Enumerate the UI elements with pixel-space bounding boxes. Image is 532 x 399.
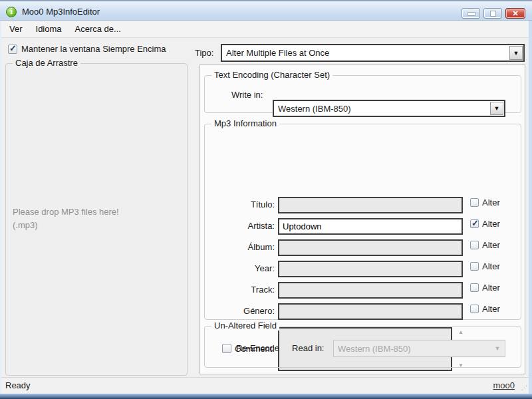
album-field xyxy=(278,239,463,256)
titulo-alter-checkbox[interactable]: Alter xyxy=(470,198,500,207)
settings-panel: Text Encoding (Character Set) Write in: … xyxy=(200,65,525,374)
menu-idioma[interactable]: Idioma xyxy=(29,22,68,36)
album-alter-checkbox[interactable]: Alter xyxy=(470,240,500,250)
status-text: Ready xyxy=(5,380,31,390)
track-label: Track: xyxy=(205,285,275,295)
genero-label: Género: xyxy=(205,306,275,316)
moo0-link[interactable]: moo0 xyxy=(493,380,515,390)
write-in-combobox-value: Western (IBM-850) xyxy=(278,104,351,114)
chevron-down-icon[interactable]: ▼ xyxy=(509,46,523,60)
read-in-combobox: Western (IBM-850) ▼ xyxy=(333,340,505,357)
always-on-top-label: Mantener la ventana Siempre Encima xyxy=(21,44,166,54)
write-in-label: Write in: xyxy=(231,90,263,100)
window-border-left xyxy=(0,21,1,394)
drop-zone-title: Caja de Arrastre xyxy=(13,58,80,68)
unaltered-field-group: Un-Altered Field Re-Encode Read in: West… xyxy=(204,326,521,368)
checkbox-icon[interactable] xyxy=(8,45,17,54)
year-label: Year: xyxy=(205,263,275,273)
menu-ver[interactable]: Ver xyxy=(3,22,29,36)
album-label: Álbum: xyxy=(205,242,275,252)
artista-field[interactable] xyxy=(278,218,463,235)
chevron-down-icon[interactable]: ▼ xyxy=(490,102,503,115)
drop-zone[interactable]: Caja de Arrastre Please drop MP3 files h… xyxy=(5,63,188,376)
tipo-combobox[interactable]: Alter Multiple Files at Once ▼ xyxy=(221,44,525,62)
checkbox-icon[interactable] xyxy=(470,283,479,292)
minimize-button[interactable] xyxy=(462,8,480,19)
artista-label: Artista: xyxy=(205,221,275,231)
always-on-top-checkbox[interactable]: Mantener la ventana Siempre Encima xyxy=(8,44,166,54)
titulo-field xyxy=(278,197,463,213)
window-title: Moo0 Mp3InfoEditor xyxy=(22,7,100,17)
reencode-checkbox[interactable] xyxy=(222,344,231,353)
read-in-combobox-value: Western (IBM-850) xyxy=(338,344,411,354)
titulo-label: Título: xyxy=(205,200,275,209)
menu-acerca-de[interactable]: Acerca de... xyxy=(68,22,128,36)
close-button[interactable] xyxy=(505,8,525,19)
unaltered-field-title: Un-Altered Field xyxy=(211,321,279,331)
menu-bar: Ver Idioma Acerca de... xyxy=(0,21,532,38)
track-field xyxy=(278,282,463,299)
chevron-down-icon: ▼ xyxy=(491,341,504,356)
text-encoding-title: Text Encoding (Character Set) xyxy=(211,70,332,80)
tipo-combobox-value: Alter Multiple Files at Once xyxy=(226,48,329,58)
genero-alter-checkbox[interactable]: Alter xyxy=(470,304,500,314)
mp3-information-title: Mp3 Information xyxy=(211,118,279,128)
app-info-icon xyxy=(6,7,17,17)
window-border-right xyxy=(529,21,532,394)
track-alter-checkbox[interactable]: Alter xyxy=(470,283,500,293)
reencode-label: Re-Encode xyxy=(236,343,279,353)
year-alter-checkbox[interactable]: Alter xyxy=(470,261,500,271)
window-controls xyxy=(462,8,525,19)
checkbox-icon[interactable] xyxy=(470,219,479,228)
checkbox-icon[interactable] xyxy=(470,305,479,313)
title-bar[interactable]: Moo0 Mp3InfoEditor xyxy=(0,0,532,21)
checkbox-icon[interactable] xyxy=(470,262,479,271)
artista-alter-checkbox[interactable]: Alter xyxy=(470,219,500,229)
resize-grip[interactable]: ⋰ xyxy=(521,384,528,391)
app-window: Moo0 Mp3InfoEditor Ver Idioma Acerca de.… xyxy=(0,0,532,399)
window-border-bottom xyxy=(0,394,532,399)
text-encoding-group: Text Encoding (Character Set) Write in: … xyxy=(204,75,521,113)
tipo-label: Tipo: xyxy=(195,48,213,58)
read-in-label: Read in: xyxy=(292,343,324,353)
checkbox-icon[interactable] xyxy=(470,241,479,249)
write-in-combobox[interactable]: Western (IBM-850) ▼ xyxy=(273,100,505,117)
reencode-row: Re-Encode Read in: xyxy=(222,343,324,353)
checkbox-icon[interactable] xyxy=(470,198,479,207)
status-bar: Ready moo0 ⋰ xyxy=(0,377,532,394)
drop-hint: Please drop MP3 files here! (.mp3) xyxy=(13,205,119,232)
mp3-information-group: Mp3 Information Título: Alter Artista: A… xyxy=(204,124,521,320)
year-field xyxy=(278,261,463,277)
genero-field xyxy=(278,303,463,320)
maximize-button[interactable] xyxy=(483,8,502,19)
